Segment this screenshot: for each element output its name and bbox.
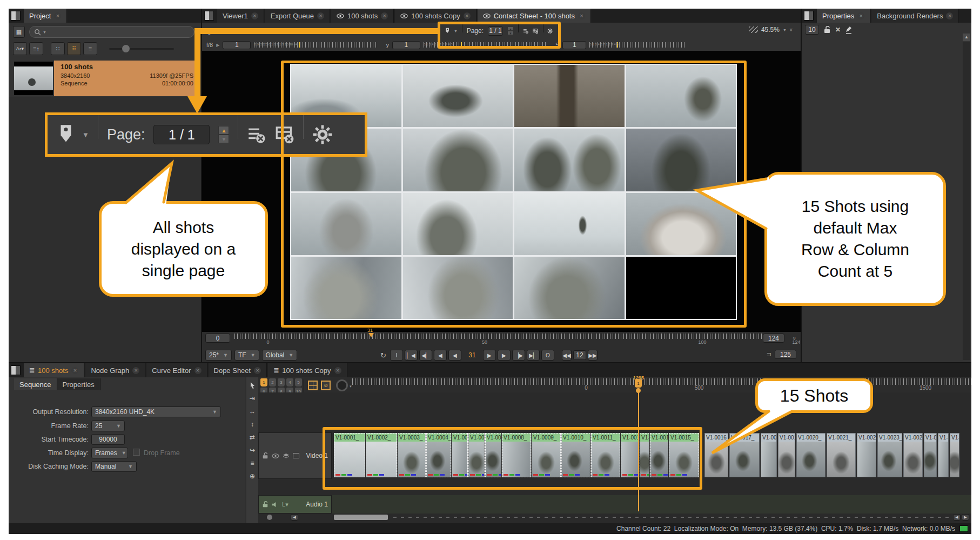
prev-edit-button[interactable]: ◀▏ bbox=[419, 350, 432, 361]
viewer-tab[interactable]: Viewer1 × bbox=[217, 9, 264, 23]
gain-label[interactable]: f/8 bbox=[206, 42, 213, 48]
gear-icon[interactable] bbox=[547, 26, 553, 36]
viewer-tab[interactable]: Contact Sheet - 100 shots × bbox=[478, 9, 591, 23]
output-resolution-dropdown[interactable]: 3840x2160 UHD_4K▼ bbox=[91, 406, 221, 417]
contact-sheet-cell[interactable] bbox=[403, 65, 513, 127]
contact-sheet-grid[interactable] bbox=[290, 64, 737, 320]
jump-back-icon[interactable]: ◀◀ bbox=[562, 350, 572, 361]
contact-sheet-cell[interactable] bbox=[626, 129, 736, 191]
next-edit-button[interactable]: ▕▶ bbox=[512, 350, 525, 361]
panel-layout-icon[interactable] bbox=[11, 11, 21, 21]
gamma-value[interactable]: 1 bbox=[392, 41, 420, 49]
contact-sheet-cell[interactable] bbox=[403, 257, 513, 319]
close-icon[interactable]: × bbox=[251, 12, 258, 19]
scrollbar-thumb[interactable] bbox=[334, 515, 388, 520]
zoom-slider-knob[interactable] bbox=[267, 515, 272, 520]
gain-slider[interactable]: 0.015625 0.1 0.3 1 3 10 30 64 bbox=[254, 42, 378, 48]
speaker-icon[interactable] bbox=[272, 502, 279, 508]
sort-alpha-button[interactable]: Az▾ bbox=[13, 42, 27, 55]
panel-layout-icon[interactable] bbox=[204, 11, 214, 21]
clear-row-icon[interactable] bbox=[523, 26, 529, 36]
panel-layout-icon[interactable] bbox=[11, 365, 21, 375]
scroll-left-button[interactable]: ◀ bbox=[291, 514, 298, 521]
play-forward-button[interactable]: ▶ bbox=[483, 350, 496, 361]
contact-sheet-cell[interactable] bbox=[514, 129, 625, 191]
contact-sheet-cell[interactable] bbox=[626, 193, 736, 255]
goto-end-button[interactable]: ▶▏ bbox=[527, 350, 540, 361]
saturation-slider[interactable]: 0.1 0.4 0.7 1 2 3 4 5 bbox=[589, 42, 687, 48]
close-icon[interactable]: × bbox=[334, 367, 341, 374]
unlock-icon[interactable] bbox=[823, 26, 831, 34]
video-track-lane[interactable]: V1-0001_ V1-0002_ V1-0003_ bbox=[332, 432, 971, 479]
timeline-tab[interactable]: ≣ 100 shots Copy × bbox=[268, 363, 347, 377]
contact-sheet-cell[interactable] bbox=[626, 65, 736, 127]
timeline-clip[interactable]: V1-0016_ bbox=[704, 433, 728, 477]
viewer-tab[interactable]: 100 shots Copy × bbox=[395, 9, 476, 23]
lock-icon[interactable] bbox=[262, 452, 269, 459]
timeline-clip[interactable]: V1-0020_ bbox=[796, 433, 825, 477]
collapse-chevron-icon[interactable]: » bbox=[791, 337, 798, 340]
out-button[interactable]: O bbox=[541, 350, 554, 361]
viewer-ruler[interactable] bbox=[234, 334, 775, 339]
gamma-slider[interactable]: 0.1 0.4 0.7 1 2 3 4 5 bbox=[424, 42, 548, 48]
gain-value[interactable]: 1 bbox=[223, 41, 251, 49]
properties-tab[interactable]: Background Renders × bbox=[871, 9, 959, 23]
step-forward-button[interactable]: ▶ bbox=[498, 350, 511, 361]
contact-sheet-cell[interactable] bbox=[403, 129, 513, 191]
project-item-thumbnail[interactable] bbox=[14, 62, 53, 95]
sort-order-button[interactable]: ≡↑ bbox=[29, 42, 43, 55]
scroll-left-arrow[interactable]: ◀ bbox=[953, 514, 961, 521]
scroll-up-arrow[interactable]: ▲ bbox=[963, 34, 970, 41]
contact-sheet-cell[interactable] bbox=[403, 193, 513, 255]
lock-icon[interactable] bbox=[262, 501, 269, 508]
collapse-chevron-icon[interactable]: » bbox=[788, 28, 795, 31]
zoom-caret-icon[interactable]: ▼ bbox=[783, 28, 787, 32]
slider-knob[interactable] bbox=[122, 45, 130, 52]
timeline-clip[interactable]: V1-0018_ bbox=[761, 433, 777, 477]
scrollbar-track[interactable] bbox=[393, 517, 950, 518]
close-icon[interactable]: × bbox=[132, 367, 139, 374]
close-icon[interactable]: × bbox=[464, 12, 471, 19]
track-visible-eye-icon[interactable] bbox=[272, 454, 279, 458]
clear-sheet-icon[interactable] bbox=[533, 26, 539, 36]
jump-increment-field[interactable]: 12 bbox=[573, 350, 586, 360]
jump-forward-icon[interactable]: ▶▶ bbox=[588, 350, 598, 361]
timeline-tab[interactable]: ≣ Node Graph × bbox=[85, 363, 145, 377]
blend-box-icon[interactable] bbox=[293, 453, 299, 458]
scroll-right-arrow[interactable]: ▶ bbox=[962, 514, 969, 521]
thumb-view-button[interactable]: ∷ bbox=[51, 42, 65, 55]
playhead-line[interactable] bbox=[638, 392, 639, 511]
detail-view-button[interactable]: ⠿ bbox=[67, 42, 81, 55]
max-nodes-field[interactable]: 10 bbox=[805, 25, 819, 35]
close-icon[interactable]: × bbox=[578, 12, 585, 19]
in-point-field[interactable]: 0 bbox=[205, 334, 230, 343]
roll-tool-icon[interactable]: ⇄ bbox=[250, 434, 255, 441]
current-frame[interactable]: 31 bbox=[463, 351, 481, 359]
gain-arrow-icon[interactable]: ▶ bbox=[216, 43, 219, 48]
search-input[interactable]: ▼ bbox=[29, 26, 194, 38]
close-icon[interactable]: × bbox=[194, 367, 202, 374]
duration-field[interactable]: 125 bbox=[775, 350, 796, 359]
fps-dropdown[interactable]: 25*▼ bbox=[205, 350, 232, 361]
timeline-clip[interactable]: V1-0017_ bbox=[729, 433, 760, 477]
start-timecode-field[interactable]: 90000 bbox=[91, 434, 125, 445]
properties-tab[interactable]: Properties × bbox=[817, 9, 870, 23]
timeline-clip[interactable]: V1-0026_ bbox=[938, 433, 949, 477]
audio-channel-dropdown[interactable]: L▾ bbox=[282, 501, 288, 508]
contact-sheet-cell[interactable] bbox=[291, 257, 401, 319]
timeline-ruler[interactable] bbox=[352, 378, 971, 385]
edit-pencil-icon[interactable] bbox=[845, 26, 853, 34]
sequence-subtab[interactable]: Sequence bbox=[14, 378, 57, 390]
sequence-subtab[interactable]: Properties bbox=[57, 378, 100, 390]
range-dropdown[interactable]: Global▼ bbox=[262, 350, 298, 361]
time-display-dropdown[interactable]: Frames▼ bbox=[91, 448, 128, 458]
panel-layout-icon[interactable] bbox=[804, 11, 814, 21]
tag-caret-icon[interactable]: ▼ bbox=[454, 29, 458, 33]
saturation-value[interactable]: 1 bbox=[562, 41, 586, 49]
proxy-icon[interactable] bbox=[749, 26, 758, 33]
slip-tool-icon[interactable]: ↔ bbox=[249, 408, 256, 415]
move-tool-icon[interactable]: ⇥ bbox=[250, 395, 255, 402]
tag-icon[interactable] bbox=[445, 26, 449, 36]
contact-sheet-cell[interactable] bbox=[626, 257, 736, 319]
contact-sheet-cell[interactable] bbox=[514, 257, 625, 319]
